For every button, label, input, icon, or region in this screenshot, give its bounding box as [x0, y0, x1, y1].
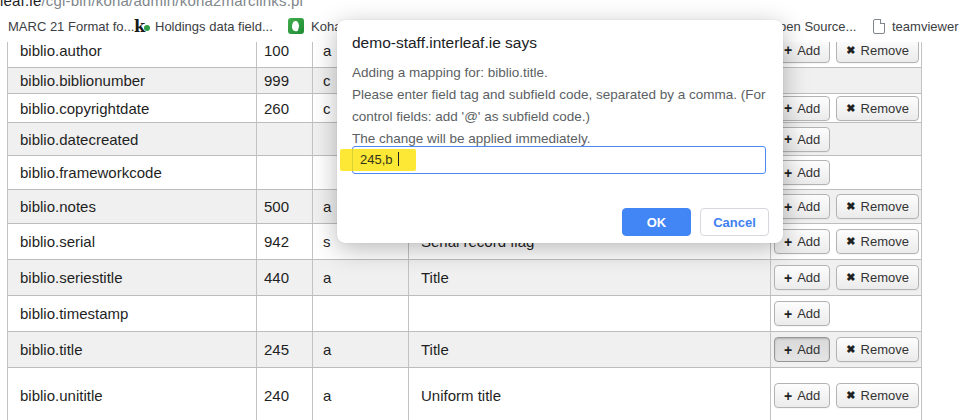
row-actions-cell: +Add✖Remove [770, 368, 922, 420]
add-button-label: Add [797, 43, 820, 58]
add-button[interactable]: +Add [774, 383, 830, 408]
url-domain: leaf.ie [0, 0, 41, 9]
db-field-cell: biblio.frameworkcode [7, 156, 256, 189]
x-icon: ✖ [846, 344, 855, 355]
add-button-label: Add [797, 165, 820, 180]
remove-button[interactable]: ✖Remove [836, 265, 919, 290]
x-icon: ✖ [846, 390, 855, 401]
add-button-label: Add [797, 234, 820, 249]
add-button-label: Add [797, 101, 820, 116]
db-field-cell: biblio.timestamp [7, 296, 256, 331]
dialog-input-value: 245,b [360, 152, 393, 167]
dialog-text-input[interactable]: 245,b [352, 146, 766, 174]
marc-subfield-cell: a [312, 260, 408, 295]
remove-button-label: Remove [861, 43, 909, 58]
x-icon: ✖ [846, 201, 855, 212]
address-bar-url[interactable]: leaf.ie/cgi-bin/koha/admin/koha2marclink… [0, 0, 303, 12]
koha-leaf-favicon-icon [288, 18, 304, 34]
plus-icon: + [784, 101, 792, 115]
remove-button-label: Remove [861, 199, 909, 214]
field-description-cell: Title [408, 332, 770, 367]
db-field-cell: biblio.biblionumber [7, 68, 256, 93]
add-button-label: Add [797, 199, 820, 214]
remove-button[interactable]: ✖Remove [836, 229, 919, 254]
remove-button[interactable]: ✖Remove [836, 383, 919, 408]
row-actions-cell: +Add✖Remove [770, 190, 922, 223]
row-actions-cell: +Add✖Remove [770, 42, 922, 67]
remove-button-label: Remove [861, 234, 909, 249]
row-actions-cell: +Add [770, 123, 922, 155]
row-actions-cell: +Add✖Remove [770, 224, 922, 259]
table-row: biblio.timestamp +Add [7, 296, 922, 332]
marc-tag-cell: 942 [256, 224, 312, 259]
table-row: biblio.title 245 a Title +Add✖Remove [7, 332, 922, 368]
plus-icon: + [784, 307, 792, 321]
db-field-cell: biblio.unititle [7, 368, 256, 420]
ok-button[interactable]: OK [622, 208, 691, 236]
table-row: biblio.unititle 240 a Uniform title +Add… [7, 368, 922, 420]
marc-subfield-cell: a [312, 368, 408, 420]
row-actions-cell: +Add✖Remove [770, 260, 922, 295]
add-button-label: Add [797, 270, 820, 285]
dialog-message-line: control fields: add '@' as subfield code… [352, 106, 770, 128]
db-field-cell: biblio.author [7, 42, 256, 67]
koha-k-favicon-icon: k [134, 18, 148, 35]
bookmark-teamviewer[interactable]: teamviewer [873, 12, 958, 40]
bookmark-teamviewer-label: teamviewer [892, 19, 958, 34]
add-button-label: Add [797, 132, 820, 147]
remove-button-label: Remove [861, 342, 909, 357]
plus-icon: + [784, 389, 792, 403]
plus-icon: + [784, 43, 792, 57]
add-button-label: Add [797, 342, 820, 357]
js-alert-dialog: demo-staff.interleaf.ie says Adding a ma… [337, 20, 783, 243]
plus-icon: + [784, 132, 792, 146]
remove-button[interactable]: ✖Remove [836, 194, 919, 219]
row-actions-cell: +Add✖Remove [770, 332, 922, 367]
marc-tag-cell: 240 [256, 368, 312, 420]
add-button-label: Add [797, 306, 820, 321]
row-actions-cell: +Add [770, 156, 922, 189]
marc-tag-cell [256, 156, 312, 189]
add-button[interactable]: +Add [774, 301, 830, 326]
db-field-cell: biblio.datecreated [7, 123, 256, 155]
remove-button[interactable]: ✖Remove [836, 42, 919, 63]
marc-tag-cell [256, 296, 312, 331]
remove-button-label: Remove [861, 270, 909, 285]
remove-button[interactable]: ✖Remove [836, 337, 919, 362]
db-field-cell: biblio.notes [7, 190, 256, 223]
dialog-message: Adding a mapping for: biblio.title.Pleas… [352, 62, 770, 150]
db-field-cell: biblio.serial [7, 224, 256, 259]
dialog-title: demo-staff.interleaf.ie says [352, 34, 537, 52]
plus-icon: + [784, 200, 792, 214]
remove-button[interactable]: ✖Remove [836, 96, 919, 121]
dialog-message-line: Adding a mapping for: biblio.title. [352, 62, 770, 84]
row-actions-cell: +Add✖Remove [770, 94, 922, 122]
x-icon: ✖ [846, 272, 855, 283]
text-caret [398, 152, 399, 166]
marc-tag-cell [256, 123, 312, 155]
marc-tag-cell: 500 [256, 190, 312, 223]
marc-tag-cell: 999 [256, 68, 312, 93]
db-field-cell: biblio.seriestitle [7, 260, 256, 295]
add-button-label: Add [797, 388, 820, 403]
marc-subfield-cell: a [312, 332, 408, 367]
bookmark-holdings-label: Holdings data field... [155, 19, 273, 34]
bookmark-marc21[interactable]: MARC 21 Format fo... [8, 12, 134, 40]
cancel-button[interactable]: Cancel [700, 208, 769, 236]
bookmark-holdings[interactable]: k Holdings data field... [134, 12, 273, 40]
row-actions-cell: +Add [770, 296, 922, 331]
field-description-cell: Title [408, 260, 770, 295]
table-row: biblio.seriestitle 440 a Title +Add✖Remo… [7, 260, 922, 296]
x-icon: ✖ [846, 45, 855, 56]
add-button[interactable]: +Add [774, 265, 830, 290]
url-path: /cgi-bin/koha/admin/koha2marclinks.pl [41, 0, 303, 9]
field-description-cell: Uniform title [408, 368, 770, 420]
plus-icon: + [784, 343, 792, 357]
marc-tag-cell: 260 [256, 94, 312, 122]
db-field-cell: biblio.title [7, 332, 256, 367]
add-button[interactable]: +Add [774, 337, 830, 362]
plus-icon: + [784, 166, 792, 180]
page-favicon-icon [873, 19, 885, 34]
db-field-cell: biblio.copyrightdate [7, 94, 256, 122]
marc-tag-cell: 100 [256, 42, 312, 67]
